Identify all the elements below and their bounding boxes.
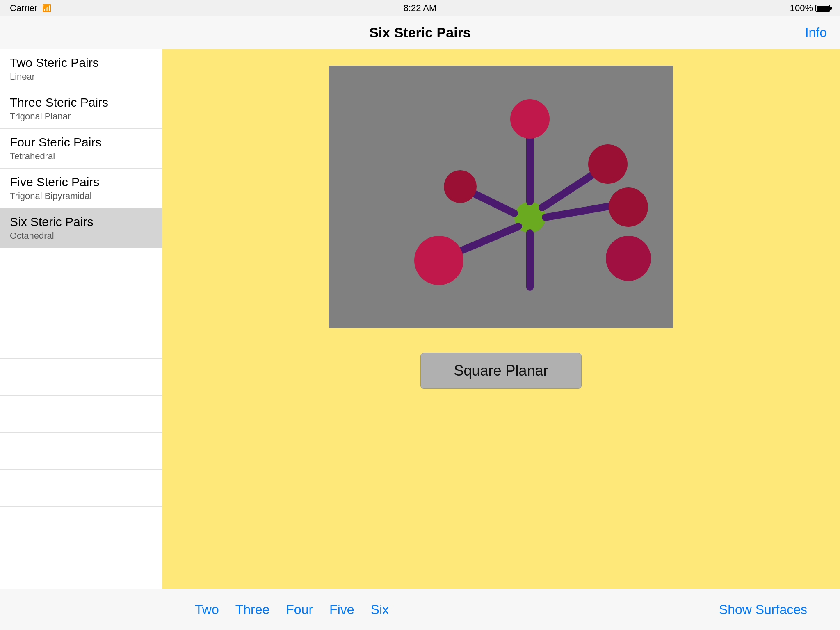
nav-bar: Six Steric Pairs Info [0, 16, 840, 49]
status-bar: Carrier 📶 8:22 AM 100% [0, 0, 840, 16]
sidebar-item-two[interactable]: Two Steric Pairs Linear [0, 49, 162, 89]
svg-point-8 [588, 144, 628, 184]
sidebar-empty-3 [0, 322, 162, 359]
sidebar-item-two-subtitle: Linear [10, 71, 152, 82]
sidebar-empty-6 [0, 433, 162, 470]
sidebar-item-five-subtitle: Trigonal Bipyramidal [10, 191, 152, 201]
bottom-toolbar: Two Three Four Five Six Show Surfaces [0, 589, 840, 630]
info-button[interactable]: Info [805, 25, 827, 40]
tab-six[interactable]: Six [371, 602, 389, 617]
sidebar-empty-8 [0, 507, 162, 543]
sidebar-item-two-title: Two Steric Pairs [10, 56, 152, 70]
tab-five[interactable]: Five [329, 602, 354, 617]
main-layout: Two Steric Pairs Linear Three Steric Pai… [0, 49, 840, 589]
sidebar-empty-2 [0, 285, 162, 322]
sidebar-item-six-subtitle: Octahedral [10, 231, 152, 241]
sidebar-item-five-title: Five Steric Pairs [10, 175, 152, 189]
sidebar-empty-4 [0, 359, 162, 396]
shape-label-button[interactable]: Square Planar [420, 353, 581, 389]
svg-point-9 [609, 187, 648, 227]
bottom-tabs: Two Three Four Five Six [195, 602, 389, 617]
status-time: 8:22 AM [404, 3, 437, 14]
nav-title: Six Steric Pairs [369, 25, 471, 41]
molecule-viewer[interactable] [329, 66, 673, 328]
content-area: Square Planar [162, 49, 840, 589]
carrier-label: Carrier [10, 3, 37, 14]
tab-three[interactable]: Three [235, 602, 270, 617]
battery-icon [815, 5, 830, 12]
sidebar-empty-5 [0, 396, 162, 433]
battery-percent: 100% [790, 3, 813, 14]
sidebar-item-six[interactable]: Six Steric Pairs Octahedral [0, 208, 162, 248]
svg-point-10 [606, 236, 651, 281]
sidebar-item-six-title: Six Steric Pairs [10, 215, 152, 229]
sidebar-empty-1 [0, 248, 162, 285]
svg-point-7 [510, 99, 550, 139]
sidebar-item-four-subtitle: Tetrahedral [10, 151, 152, 162]
svg-point-12 [444, 170, 477, 203]
wifi-icon: 📶 [42, 4, 51, 13]
svg-point-11 [414, 236, 463, 285]
show-surfaces-button[interactable]: Show Surfaces [719, 602, 807, 617]
sidebar-item-three[interactable]: Three Steric Pairs Trigonal Planar [0, 89, 162, 129]
battery-container: 100% [790, 3, 830, 14]
tab-four[interactable]: Four [286, 602, 313, 617]
molecule-svg [329, 66, 673, 328]
sidebar-item-three-title: Three Steric Pairs [10, 96, 152, 110]
sidebar-item-four-title: Four Steric Pairs [10, 135, 152, 149]
status-left: Carrier 📶 [10, 3, 51, 14]
sidebar-empty-7 [0, 470, 162, 507]
sidebar-item-four[interactable]: Four Steric Pairs Tetrahedral [0, 129, 162, 169]
sidebar-item-three-subtitle: Trigonal Planar [10, 111, 152, 122]
sidebar: Two Steric Pairs Linear Three Steric Pai… [0, 49, 162, 589]
bottom-content: Two Three Four Five Six Show Surfaces [178, 602, 824, 617]
tab-two[interactable]: Two [195, 602, 219, 617]
sidebar-item-five[interactable]: Five Steric Pairs Trigonal Bipyramidal [0, 169, 162, 208]
